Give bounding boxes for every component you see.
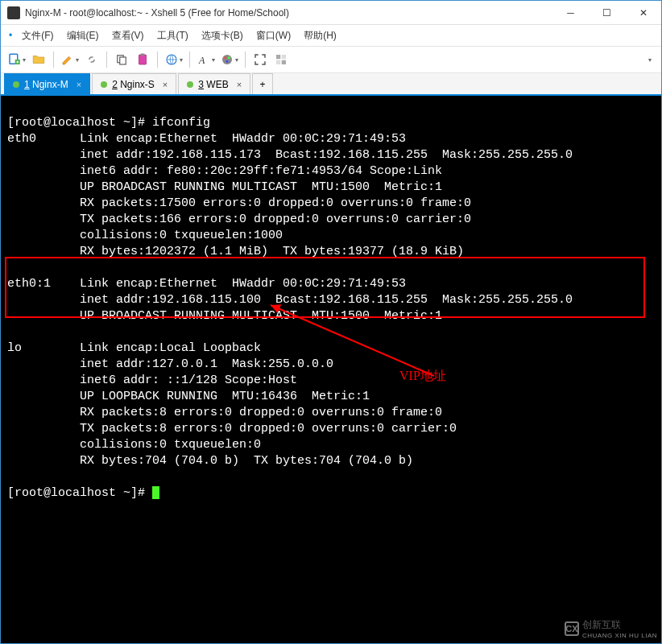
fullscreen-button[interactable] <box>250 49 270 70</box>
app-icon <box>7 6 20 19</box>
status-dot-icon <box>187 81 193 88</box>
dropdown-icon: ▾ <box>180 56 183 64</box>
app-window: Nginx-M - root@localhost:~ - Xshell 5 (F… <box>0 0 662 644</box>
reconnect-button[interactable]: ▾ <box>59 49 81 70</box>
open-button[interactable] <box>29 49 48 70</box>
watermark-text-cn: 创新互联 <box>582 618 657 632</box>
svg-rect-12 <box>276 55 280 59</box>
disconnect-button[interactable] <box>82 49 101 70</box>
tab-close-icon[interactable]: × <box>163 80 168 89</box>
toolbar-separator <box>106 52 107 68</box>
prompt: [root@localhost ~]# <box>7 486 152 500</box>
tab-nginx-m[interactable]: 1 Nginx-M × <box>4 73 90 94</box>
globe-icon <box>164 52 179 67</box>
status-dot-icon <box>13 81 19 88</box>
svg-rect-5 <box>141 54 145 56</box>
output-line: RX packets:17500 errors:0 dropped:0 over… <box>7 196 471 210</box>
tab-close-icon[interactable]: × <box>237 80 242 89</box>
output-line: inet6 addr: ::1/128 Scope:Host <box>7 374 297 387</box>
svg-point-8 <box>222 55 232 64</box>
status-dot-icon <box>101 81 107 88</box>
tab-web[interactable]: 3 WEB × <box>178 73 250 94</box>
toolbar-separator <box>245 52 246 68</box>
watermark-text-en: CHUANG XIN HU LIAN <box>582 632 657 639</box>
tab-close-icon[interactable]: × <box>77 80 81 89</box>
output-line: UP LOOPBACK RUNNING MTU:16436 Metric:1 <box>7 390 370 403</box>
expand-icon <box>253 52 267 67</box>
maximize-button[interactable]: ☐ <box>589 1 625 25</box>
svg-text:A: A <box>198 55 205 66</box>
annotation-box <box>5 257 645 318</box>
cursor <box>152 486 159 499</box>
toolbar-separator <box>53 52 54 68</box>
dropdown-icon: ▾ <box>23 56 26 64</box>
watermark-icon: CX <box>565 621 579 636</box>
new-tab-button[interactable]: + <box>252 73 273 94</box>
annotation-label: VIP地址 <box>399 368 446 384</box>
menu-file[interactable]: 文件(F) <box>15 26 60 46</box>
svg-point-9 <box>224 56 226 59</box>
tab-nginx-s[interactable]: 2 Nginx-S × <box>92 73 176 94</box>
toolbar: ▾ ▾ ▾ A ▾ ▾ <box>1 46 661 73</box>
menu-view[interactable]: 查看(V) <box>106 26 151 46</box>
output-line: UP BROADCAST RUNNING MULTICAST MTU:1500 … <box>7 180 442 194</box>
output-line: eth0 Link encap:Ethernet HWaddr 00:0C:29… <box>7 132 406 146</box>
minimize-button[interactable]: ─ <box>552 1 589 25</box>
terminal[interactable]: [root@localhost ~]# ifconfig eth0 Link e… <box>1 96 661 643</box>
menu-edit[interactable]: 编辑(E) <box>60 26 106 46</box>
watermark: CX 创新互联 CHUANG XIN HU LIAN <box>565 618 657 639</box>
output-line: collisions:0 txqueuelen:0 <box>7 438 261 452</box>
tab-label: Nginx-S <box>120 79 155 90</box>
paste-button[interactable] <box>133 49 152 70</box>
toolbar-separator <box>157 52 158 68</box>
menu-window[interactable]: 窗口(W) <box>250 26 297 46</box>
svg-point-10 <box>228 56 230 59</box>
svg-point-11 <box>226 60 229 63</box>
menu-help[interactable]: 帮助(H) <box>297 26 343 46</box>
palette-icon <box>220 52 234 67</box>
command: ifconfig <box>152 116 210 130</box>
find-button[interactable]: A ▾ <box>195 49 217 70</box>
tab-number: 2 <box>112 79 118 90</box>
output-line: lo Link encap:Local Loopback <box>7 341 261 355</box>
output-line: inet addr:192.168.115.173 Bcast:192.168.… <box>7 148 573 162</box>
link-icon <box>85 52 99 67</box>
window-controls: ─ ☐ ✕ <box>552 1 661 25</box>
output-line: RX bytes:704 (704.0 b) TX bytes:704 (704… <box>7 454 413 468</box>
copy-button[interactable] <box>112 49 131 70</box>
new-session-button[interactable]: ▾ <box>6 49 27 70</box>
dropdown-icon: ▾ <box>235 56 238 64</box>
output-line: inet6 addr: fe80::20c:29ff:fe71:4953/64 … <box>7 164 442 178</box>
paste-icon <box>135 52 150 67</box>
tab-label: Nginx-M <box>32 79 68 90</box>
svg-rect-14 <box>276 60 280 64</box>
tab-label: WEB <box>206 79 228 90</box>
output-line: TX packets:166 errors:0 dropped:0 overru… <box>7 213 471 226</box>
tab-number: 3 <box>198 79 204 90</box>
browser-button[interactable]: ▾ <box>163 49 184 70</box>
italic-a-icon: A <box>197 52 211 67</box>
window-title: Nginx-M - root@localhost:~ - Xshell 5 (F… <box>25 7 552 19</box>
color-button[interactable]: ▾ <box>218 49 240 70</box>
output-line: collisions:0 txqueuelen:1000 <box>7 229 283 242</box>
menu-tabs[interactable]: 选项卡(B) <box>195 26 250 46</box>
toolbar-separator <box>189 52 190 68</box>
folder-open-icon <box>31 52 46 67</box>
document-plus-icon <box>7 52 22 67</box>
menubar: • 文件(F) 编辑(E) 查看(V) 工具(T) 选项卡(B) 窗口(W) 帮… <box>1 25 661 46</box>
menubar-bullet: • <box>9 30 12 41</box>
output-line: TX packets:8 errors:0 dropped:0 overruns… <box>7 422 457 436</box>
transparent-button[interactable] <box>271 49 291 70</box>
pencil-icon <box>60 52 75 67</box>
close-button[interactable]: ✕ <box>625 1 661 25</box>
tab-number: 1 <box>24 79 30 90</box>
dropdown-icon: ▾ <box>212 56 215 64</box>
toolbar-overflow-icon[interactable]: ▾ <box>648 56 656 64</box>
grid-icon <box>274 52 288 67</box>
titlebar: Nginx-M - root@localhost:~ - Xshell 5 (F… <box>1 1 661 25</box>
svg-rect-15 <box>282 60 286 64</box>
svg-rect-13 <box>282 55 286 59</box>
svg-rect-3 <box>120 57 126 64</box>
copy-icon <box>114 52 129 67</box>
menu-tools[interactable]: 工具(T) <box>151 26 195 46</box>
